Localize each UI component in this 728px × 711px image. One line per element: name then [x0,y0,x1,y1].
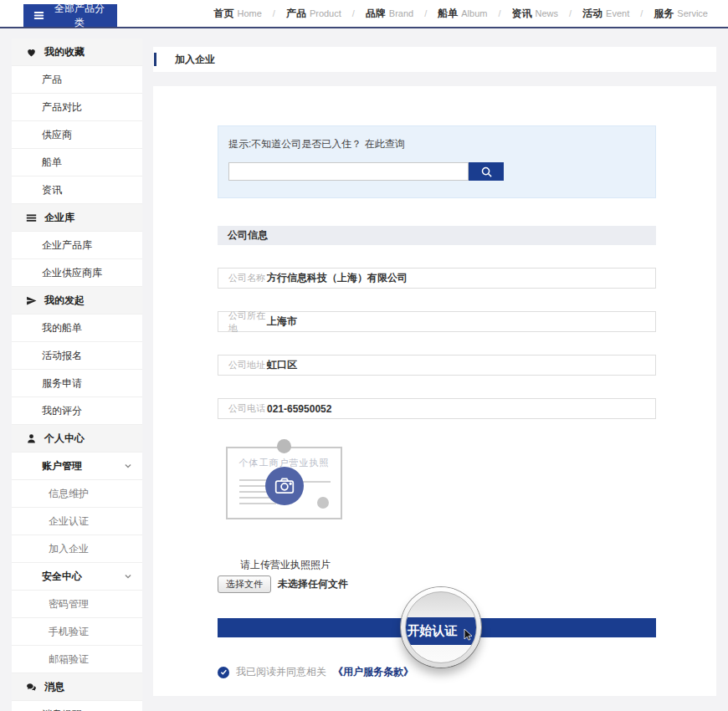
field-label: 公司地址 [228,359,267,371]
field-value: 虹口区 [267,358,297,372]
sidebar-subitem-join-enterprise[interactable]: 加入企业 [12,535,142,563]
page-title: 加入企业 [175,53,215,67]
company-search-input[interactable] [228,162,469,181]
list-icon [26,212,37,223]
license-dot-right [317,497,329,509]
mouse-cursor-icon [462,628,475,642]
sidebar-label: 个人中心 [44,432,85,446]
sidebar-subitem-password-management[interactable]: 密码管理 [12,591,142,618]
upload-instruction-text: 请上传营业执照照片 [240,558,656,572]
top-bar: 全部产品分类 首页Home / 产品Product / 品牌Brand / 船单… [0,0,728,28]
sidebar-item-news[interactable]: 资讯 [12,176,142,204]
field-value: 021-65950052 [267,403,331,415]
field-label: 公司名称 [228,272,267,284]
chevron-down-icon [124,462,132,470]
check-icon [220,668,228,676]
search-hint-text: 提示:不知道公司是否已入住？ 在此查询 [228,137,645,151]
magnifier-lens-overlay: 开始认证 [401,587,481,668]
agreement-checkbox[interactable] [218,667,229,678]
business-license-placeholder: 个体工商户营业执照 [226,439,351,528]
nav-separator: / [640,8,643,18]
nav-separator: / [273,8,275,18]
sidebar-label: 我的收藏 [44,45,85,59]
sidebar-subitem-phone-verification[interactable]: 手机验证 [12,618,142,646]
sidebar-item-products[interactable]: 产品 [12,66,142,94]
nav-album[interactable]: 船单Album [438,7,487,21]
submit-area: 开始认证 [218,618,656,637]
start-certification-label: 开始认证 [408,623,458,639]
heart-icon [26,47,37,58]
nav-separator: / [498,8,500,18]
field-value: 方行信息科技（上海）有限公司 [267,271,408,285]
sidebar-label: 企业库 [44,211,74,225]
nav-product[interactable]: 产品Product [286,7,341,21]
main-panel: 提示:不知道公司是否已入住？ 在此查询 公司信息 公司名称 方行信息科技（上海）… [153,86,716,696]
sidebar-subitem-info-maintenance[interactable]: 信息维护 [12,480,142,508]
terms-of-service-link[interactable]: 《用户服务条款》 [333,665,413,679]
company-search-hint-box: 提示:不知道公司是否已入住？ 在此查询 [218,125,656,198]
sidebar-item-albums[interactable]: 船单 [12,149,142,176]
sidebar-item-my-ratings[interactable]: 我的评分 [12,397,142,425]
sidebar-header-enterprise-library[interactable]: 企业库 [12,204,142,232]
sidebar-item-service-request[interactable]: 服务申请 [12,370,142,397]
license-card: 个体工商户营业执照 [226,447,342,519]
sidebar-item-event-signup[interactable]: 活动报名 [12,342,142,370]
sidebar-header-personal-center[interactable]: 个人中心 [12,425,142,453]
title-accent-bar [154,53,156,66]
page-title-bar: 加入企业 [153,47,716,72]
no-file-chosen-text: 未选择任何文件 [278,577,348,591]
nav-news[interactable]: 资讯News [512,7,559,21]
company-info-section-header: 公司信息 [218,226,656,245]
sidebar-item-product-compare[interactable]: 产品对比 [12,94,142,121]
sidebar-header-favorites[interactable]: 我的收藏 [12,38,142,66]
sidebar-label: 消息 [44,680,64,694]
paper-plane-icon [26,295,37,306]
sidebar-header-my-initiations[interactable]: 我的发起 [12,287,142,315]
top-nav: 首页Home / 产品Product / 品牌Brand / 船单Album /… [213,0,708,27]
sidebar-item-suppliers[interactable]: 供应商 [12,121,142,149]
license-pin-circle [277,439,291,453]
all-categories-button[interactable]: 全部产品分类 [23,4,117,27]
sidebar-item-enterprise-products[interactable]: 企业产品库 [12,232,142,259]
company-address-field[interactable]: 公司地址 虹口区 [218,355,656,376]
nav-separator: / [352,8,355,18]
sidebar-item-message-alerts[interactable]: 消息提醒 [12,701,142,711]
license-line-right [300,481,331,483]
sidebar-group-security-center[interactable]: 安全中心 [12,563,142,591]
nav-event[interactable]: 活动Event [582,7,629,21]
nav-separator: / [569,8,572,18]
sidebar-header-messages[interactable]: 消息 [12,673,142,701]
sidebar-item-enterprise-suppliers[interactable]: 企业供应商库 [12,259,142,287]
camera-icon [274,475,295,497]
person-icon [26,433,37,444]
sidebar-subitem-enterprise-certification[interactable]: 企业认证 [12,508,142,535]
company-search-button[interactable] [469,162,504,181]
nav-home[interactable]: 首页Home [213,7,261,21]
field-label: 公司所在地 [228,309,267,335]
sidebar: 我的收藏 产品 产品对比 供应商 船单 资讯 企业库 企业产品库 企业供应商库 … [12,38,142,711]
nav-brand[interactable]: 品牌Brand [366,7,413,21]
sidebar-label: 我的发起 [44,294,85,308]
sidebar-item-my-albums[interactable]: 我的船单 [12,315,142,342]
search-icon [480,166,493,178]
field-label: 公司电话 [228,402,267,415]
lens-button-band[interactable]: 开始认证 [405,617,477,645]
camera-circle[interactable] [265,467,304,505]
company-location-field[interactable]: 公司所在地 上海市 [218,311,656,332]
company-phone-field[interactable]: 公司电话 021-65950052 [218,398,656,419]
all-categories-label: 全部产品分类 [52,2,107,30]
sidebar-group-account-management[interactable]: 账户管理 [12,453,142,480]
company-name-field[interactable]: 公司名称 方行信息科技（上海）有限公司 [218,268,656,289]
hamburger-icon [33,10,44,21]
chat-icon [26,682,37,693]
field-value: 上海市 [267,315,297,329]
nav-separator: / [424,8,427,18]
lens-inner: 开始认证 [405,591,477,663]
chevron-down-icon [124,572,132,581]
nav-service[interactable]: 服务Service [654,7,708,21]
sidebar-subitem-email-verification[interactable]: 邮箱验证 [12,646,142,673]
agreement-text: 我已阅读并同意相关 [236,665,326,679]
choose-file-button[interactable]: 选择文件 [218,575,271,593]
